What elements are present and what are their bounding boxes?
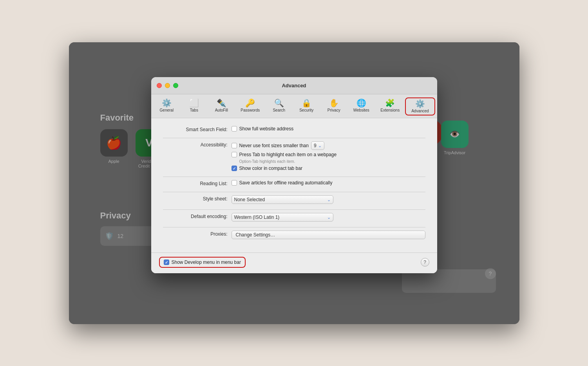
security-icon: 🔒: [302, 99, 311, 107]
privacy-icon: ✋: [329, 99, 339, 107]
develop-menu-highlight: Show Develop menu in menu bar: [159, 257, 246, 268]
maximize-button[interactable]: [173, 83, 178, 88]
accessibility-controls: Never use font sizes smaller than 9 ⌄ Pr…: [232, 141, 425, 171]
minimize-button[interactable]: [165, 83, 170, 88]
default-encoding-row: Default encoding: Western (ISO Latin 1) …: [163, 213, 425, 222]
tab-privacy[interactable]: ✋ Privacy: [320, 97, 347, 115]
develop-menu-checkbox[interactable]: [164, 260, 169, 265]
tab-security[interactable]: 🔒 Security: [293, 97, 320, 115]
modal-overlay: Advanced ⚙️ General ⬜ Tabs ✒️ AutoFill: [69, 42, 519, 324]
tab-extensions[interactable]: 🧩 Extensions: [375, 97, 405, 115]
extensions-icon: 🧩: [385, 99, 395, 107]
dialog-titlebar: Advanced: [151, 77, 437, 94]
option-tab-hint: Option-Tab highlights each item.: [239, 159, 425, 164]
reading-list-row: Reading List: Save articles for offline …: [163, 180, 425, 186]
default-encoding-arrow: ⌄: [327, 215, 331, 220]
default-encoding-controls: Western (ISO Latin 1) ⌄: [232, 213, 425, 222]
smart-search-controls: Show full website address: [232, 126, 425, 132]
advanced-icon: ⚙️: [415, 100, 425, 108]
press-tab-checkbox[interactable]: [232, 152, 237, 157]
press-tab-text: Press Tab to highlight each item on a we…: [239, 152, 337, 157]
change-settings-button[interactable]: Change Settings…: [232, 231, 425, 239]
dialog-toolbar: ⚙️ General ⬜ Tabs ✒️ AutoFill 🔑 Password…: [151, 94, 437, 118]
smart-search-label: Smart Search Field:: [163, 126, 232, 132]
websites-label: Websites: [353, 108, 369, 112]
proxies-label: Proxies:: [163, 231, 232, 237]
save-articles-text: Save articles for offline reading automa…: [239, 180, 333, 186]
show-full-address-checkbox[interactable]: [232, 126, 237, 132]
search-icon: 🔍: [274, 99, 284, 107]
autofill-label: AutoFill: [215, 108, 228, 112]
general-label: General: [160, 108, 174, 112]
never-use-font-text: Never use font sizes smaller than: [239, 143, 309, 148]
tab-advanced[interactable]: ⚙️ Advanced: [405, 97, 435, 115]
font-size-dropdown[interactable]: 9 ⌄: [311, 141, 324, 150]
help-button[interactable]: ?: [421, 258, 429, 267]
style-sheet-controls: None Selected ⌄: [232, 195, 425, 204]
security-label: Security: [299, 108, 313, 112]
show-color-checkbox[interactable]: [232, 166, 237, 171]
dialog-bottom: Show Develop menu in menu bar ?: [151, 252, 437, 273]
safari-background: Favorite 🍎 Apple V VeridianCredit Un... …: [69, 42, 519, 324]
tabs-label: Tabs: [190, 108, 198, 112]
smart-search-row: Smart Search Field: Show full website ad…: [163, 126, 425, 132]
divider-5: [163, 227, 425, 227]
tab-tabs[interactable]: ⬜ Tabs: [180, 97, 208, 115]
divider-2: [163, 177, 425, 177]
advanced-dialog: Advanced ⚙️ General ⬜ Tabs ✒️ AutoFill: [151, 77, 437, 273]
mac-window: Favorite 🍎 Apple V VeridianCredit Un... …: [69, 42, 519, 324]
font-size-value: 9: [314, 143, 317, 148]
tab-websites[interactable]: 🌐 Websites: [347, 97, 375, 115]
general-icon: ⚙️: [162, 99, 172, 107]
accessibility-label: Accessibility:: [163, 141, 232, 148]
tab-autofill[interactable]: ✒️ AutoFill: [208, 97, 235, 115]
show-full-address-row: Show full website address: [232, 126, 425, 132]
divider-1: [163, 138, 425, 138]
style-sheet-row: Style sheet: None Selected ⌄: [163, 195, 425, 204]
tab-general[interactable]: ⚙️ General: [153, 97, 180, 115]
passwords-icon: 🔑: [245, 99, 255, 107]
save-articles-checkbox[interactable]: [232, 180, 237, 186]
reading-list-controls: Save articles for offline reading automa…: [232, 180, 425, 186]
press-tab-row: Press Tab to highlight each item on a we…: [232, 152, 425, 157]
passwords-label: Passwords: [241, 108, 260, 112]
style-sheet-value: None Selected: [234, 197, 265, 202]
reading-list-label: Reading List:: [163, 180, 232, 186]
websites-icon: 🌐: [356, 99, 366, 107]
autofill-icon: ✒️: [217, 99, 226, 107]
never-use-font-checkbox[interactable]: [232, 143, 237, 148]
extensions-label: Extensions: [380, 108, 400, 112]
traffic-lights: [157, 83, 178, 88]
privacy-label: Privacy: [327, 108, 340, 112]
advanced-label: Advanced: [411, 109, 429, 113]
develop-menu-text: Show Develop menu in menu bar: [172, 260, 241, 265]
font-size-arrow: ⌄: [318, 143, 322, 148]
default-encoding-dropdown[interactable]: Western (ISO Latin 1) ⌄: [232, 213, 333, 222]
never-use-font-row: Never use font sizes smaller than 9 ⌄: [232, 141, 425, 150]
tab-search[interactable]: 🔍 Search: [265, 97, 293, 115]
dialog-content: Smart Search Field: Show full website ad…: [151, 118, 437, 252]
show-color-text: Show color in compact tab bar: [239, 166, 302, 171]
save-articles-row: Save articles for offline reading automa…: [232, 180, 425, 186]
tabs-icon: ⬜: [189, 99, 199, 107]
show-color-row: Show color in compact tab bar: [232, 166, 425, 171]
divider-3: [163, 192, 425, 192]
show-full-address-text: Show full website address: [239, 126, 294, 132]
style-sheet-label: Style sheet:: [163, 195, 232, 202]
default-encoding-label: Default encoding:: [163, 213, 232, 219]
proxies-row: Proxies: Change Settings…: [163, 231, 425, 239]
tab-passwords[interactable]: 🔑 Passwords: [235, 97, 265, 115]
divider-4: [163, 209, 425, 210]
style-sheet-dropdown[interactable]: None Selected ⌄: [232, 195, 333, 204]
close-button[interactable]: [157, 83, 162, 88]
accessibility-row: Accessibility: Never use font sizes smal…: [163, 141, 425, 171]
dialog-title: Advanced: [282, 83, 306, 88]
default-encoding-value: Western (ISO Latin 1): [234, 215, 280, 220]
proxies-controls: Change Settings…: [232, 231, 425, 239]
style-sheet-arrow: ⌄: [327, 197, 331, 202]
search-label: Search: [273, 108, 285, 112]
